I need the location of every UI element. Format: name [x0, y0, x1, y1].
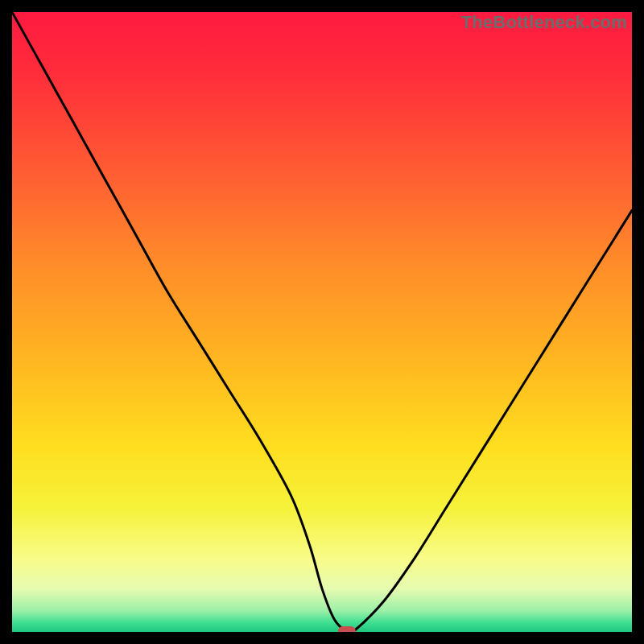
chart-frame: TheBottleneck.com — [12, 12, 632, 632]
watermark-text: TheBottleneck.com — [461, 12, 627, 33]
gradient-background — [12, 12, 632, 632]
bottleneck-chart — [12, 12, 632, 632]
optimal-marker — [338, 626, 356, 632]
